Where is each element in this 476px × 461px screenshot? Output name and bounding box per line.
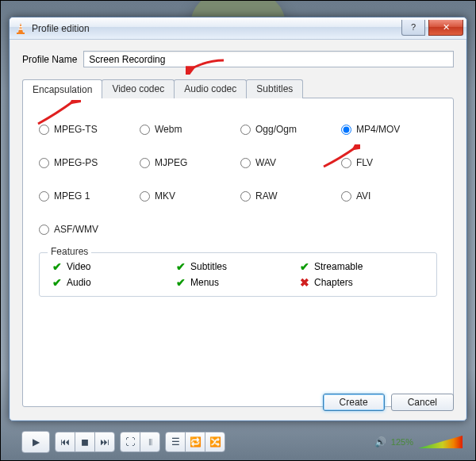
tab-subtitles[interactable]: Subtitles: [246, 79, 303, 98]
fullscreen-icon: ⛶: [125, 436, 135, 448]
features-legend: Features: [48, 246, 91, 257]
format-option[interactable]: RAW: [240, 190, 336, 202]
format-radio[interactable]: [341, 125, 351, 135]
profile-name-input[interactable]: [83, 51, 454, 67]
fullscreen-button[interactable]: ⛶: [120, 432, 140, 452]
format-label: Webm: [155, 124, 182, 135]
format-radio[interactable]: [341, 191, 351, 202]
shuffle-button[interactable]: 🔀: [205, 432, 225, 452]
format-radio[interactable]: [240, 158, 251, 168]
features-group: Features ✔Video✔Subtitles✔Streamable✔Aud…: [39, 252, 437, 297]
format-radio[interactable]: [39, 125, 49, 135]
format-radio[interactable]: [341, 158, 351, 168]
svg-marker-4: [418, 436, 463, 448]
format-label: AVI: [356, 190, 370, 202]
vlc-cone-icon: [14, 22, 27, 35]
format-label: RAW: [255, 190, 278, 202]
player-toolbar: ▶ ⏮ ◼ ⏭ ⛶ ⫴ ☰ 🔁 🔀 🔊 125%: [21, 430, 463, 454]
format-label: ASF/WMV: [54, 224, 98, 235]
format-option[interactable]: FLV: [341, 157, 437, 168]
window-title: Profile edition: [32, 23, 401, 34]
format-label: MP4/MOV: [356, 124, 400, 135]
feature-item: ✔Audio: [52, 277, 176, 288]
svg-marker-0: [18, 23, 23, 33]
check-icon: ✔: [300, 261, 309, 272]
format-radio[interactable]: [39, 158, 49, 168]
feature-item: ✔Streamable: [300, 261, 424, 272]
speaker-icon[interactable]: 🔊: [374, 436, 386, 448]
check-icon: ✔: [52, 261, 62, 272]
format-label: MPEG-PS: [54, 157, 98, 168]
profile-name-label: Profile Name: [22, 54, 77, 65]
feature-label: Audio: [67, 277, 91, 288]
volume-label: 125%: [391, 437, 413, 447]
skip-forward-icon: ⏭: [100, 436, 109, 448]
format-label: MPEG 1: [54, 190, 90, 202]
format-radio[interactable]: [39, 191, 49, 202]
shuffle-icon: 🔀: [209, 436, 221, 448]
next-button[interactable]: ⏭: [94, 432, 115, 452]
playlist-icon: ☰: [171, 436, 180, 448]
help-button[interactable]: ?: [401, 20, 425, 36]
feature-item: ✔Menus: [176, 277, 300, 288]
format-option[interactable]: MJPEG: [140, 157, 236, 168]
format-radio[interactable]: [140, 125, 150, 135]
titlebar[interactable]: Profile edition ? ✕: [10, 17, 466, 40]
format-option[interactable]: Ogg/Ogm: [240, 124, 336, 135]
format-option[interactable]: MKV: [140, 190, 236, 202]
svg-rect-3: [17, 33, 25, 34]
format-label: FLV: [356, 157, 373, 168]
volume-slider[interactable]: [418, 435, 463, 449]
feature-item: ✔Subtitles: [176, 261, 300, 272]
equalizer-icon: ⫴: [148, 436, 152, 448]
play-button[interactable]: ▶: [21, 431, 50, 453]
feature-item: ✖Chapters: [300, 277, 424, 288]
check-icon: ✔: [176, 261, 186, 272]
format-option[interactable]: MPEG-PS: [39, 157, 135, 168]
format-option[interactable]: MP4/MOV: [341, 124, 437, 135]
ext-settings-button[interactable]: ⫴: [140, 432, 160, 452]
tab-encapsulation[interactable]: Encapsulation: [22, 79, 102, 98]
create-button[interactable]: Create: [323, 394, 385, 411]
tab-audio-codec[interactable]: Audio codec: [174, 79, 247, 98]
stop-button[interactable]: ◼: [75, 432, 95, 452]
tab-strip: Encapsulation Video codec Audio codec Su…: [22, 79, 454, 98]
feature-label: Video: [67, 261, 90, 272]
close-icon: ✕: [443, 22, 450, 33]
close-button[interactable]: ✕: [428, 20, 463, 36]
feature-label: Menus: [190, 277, 219, 288]
stop-icon: ◼: [81, 436, 89, 448]
check-icon: ✔: [176, 277, 186, 288]
x-icon: ✖: [300, 277, 309, 288]
play-icon: ▶: [33, 436, 40, 448]
svg-rect-2: [19, 29, 23, 30]
format-option[interactable]: WAV: [240, 157, 336, 168]
format-radio[interactable]: [240, 125, 251, 135]
format-option[interactable]: Webm: [140, 124, 236, 135]
svg-rect-1: [19, 26, 22, 28]
feature-label: Subtitles: [190, 261, 227, 272]
format-radio[interactable]: [140, 158, 150, 168]
tab-video-codec[interactable]: Video codec: [102, 79, 175, 98]
help-icon: ?: [411, 22, 416, 32]
skip-back-icon: ⏮: [60, 436, 70, 448]
format-radio[interactable]: [140, 191, 150, 202]
feature-label: Chapters: [314, 277, 353, 288]
format-option[interactable]: AVI: [341, 190, 437, 202]
tab-panel-encapsulation: MPEG-TSWebmOgg/OgmMP4/MOVMPEG-PSMJPEGWAV…: [22, 98, 454, 407]
format-label: MPEG-TS: [54, 124, 98, 135]
format-label: MKV: [155, 190, 175, 202]
format-option[interactable]: MPEG 1: [39, 190, 135, 202]
format-label: Ogg/Ogm: [255, 124, 297, 135]
prev-button[interactable]: ⏮: [55, 432, 75, 452]
cancel-button[interactable]: Cancel: [391, 394, 454, 411]
format-label: MJPEG: [155, 157, 187, 168]
format-option[interactable]: ASF/WMV: [39, 224, 135, 235]
loop-button[interactable]: 🔁: [185, 432, 205, 452]
loop-icon: 🔁: [190, 436, 202, 448]
format-radio[interactable]: [39, 225, 49, 235]
check-icon: ✔: [52, 277, 62, 288]
playlist-button[interactable]: ☰: [165, 432, 186, 452]
format-radio[interactable]: [240, 191, 251, 202]
format-option[interactable]: MPEG-TS: [39, 124, 135, 135]
